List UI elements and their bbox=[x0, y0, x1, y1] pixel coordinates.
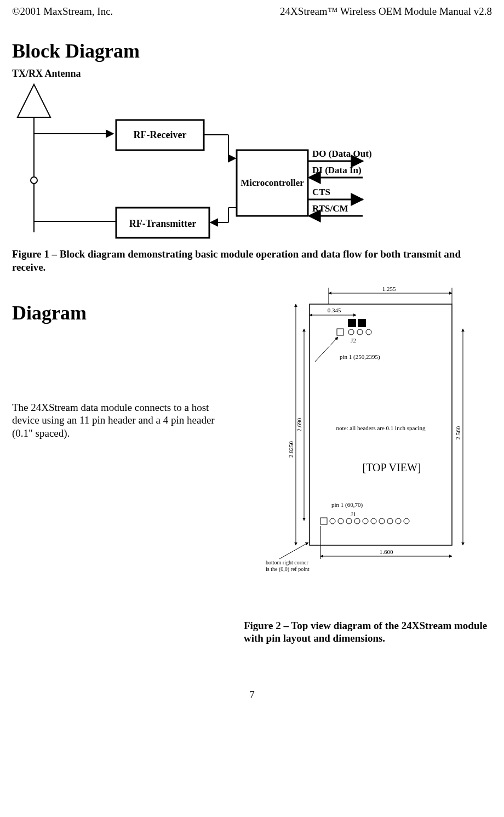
cts-label: CTS bbox=[312, 187, 330, 197]
svg-rect-36 bbox=[320, 518, 327, 524]
page-header: ©2001 MaxStream, Inc. 24XStream™ Wireles… bbox=[12, 5, 492, 18]
figure-2-top-view: 1.255 0.345 J2 pin 1 (250,2395) note: al… bbox=[238, 285, 479, 581]
svg-rect-28 bbox=[337, 329, 343, 335]
pin1-j1-label: pin 1 (60,70) bbox=[331, 501, 363, 509]
svg-point-44 bbox=[387, 518, 393, 524]
diagram-body-text: The 24XStream data module connects to a … bbox=[12, 401, 233, 440]
figure-1-caption: Figure 1 – Block diagram demonstrating b… bbox=[12, 248, 492, 274]
svg-point-45 bbox=[396, 518, 401, 524]
dim-2-8250: 2.8250 bbox=[288, 441, 294, 458]
rts-label: RTS/CM bbox=[312, 203, 348, 214]
svg-point-2 bbox=[31, 177, 37, 184]
svg-marker-0 bbox=[18, 84, 50, 117]
pin1-j2-label: pin 1 (250,2395) bbox=[340, 353, 380, 361]
svg-point-46 bbox=[404, 518, 409, 524]
svg-rect-26 bbox=[348, 319, 356, 327]
svg-point-29 bbox=[348, 329, 354, 335]
svg-line-47 bbox=[279, 542, 308, 559]
figure-2-caption: Figure 2 – Top view diagram of the 24XSt… bbox=[244, 619, 492, 645]
antenna-label: TX/RX Antenna bbox=[12, 68, 81, 79]
rf-receiver-label: RF-Receiver bbox=[134, 129, 187, 140]
dim-1-600: 1.600 bbox=[380, 549, 393, 555]
header-left: ©2001 MaxStream, Inc. bbox=[12, 5, 113, 18]
j1-label: J1 bbox=[351, 511, 356, 517]
svg-point-31 bbox=[366, 329, 371, 335]
dim-2-560: 2.560 bbox=[455, 426, 461, 439]
dim-0-345: 0.345 bbox=[328, 307, 341, 313]
dim-2-690: 2.690 bbox=[296, 418, 302, 431]
j2-label: J2 bbox=[351, 337, 356, 344]
svg-rect-27 bbox=[358, 319, 366, 327]
svg-point-40 bbox=[354, 518, 360, 524]
svg-point-41 bbox=[363, 518, 368, 524]
do-label: DO (Data Out) bbox=[312, 148, 372, 159]
note-label: note: all headers are 0.1 inch spacing bbox=[336, 425, 426, 431]
figure-1-block-diagram: TX/RX Antenna RF-Receiver RF-Transmitter… bbox=[12, 68, 396, 243]
section-title-block-diagram: Block Diagram bbox=[12, 39, 492, 62]
dim-1-255: 1.255 bbox=[382, 285, 396, 292]
rf-transmitter-label: RF-Transmitter bbox=[129, 218, 197, 229]
di-label: DI (Data In) bbox=[312, 165, 362, 175]
svg-point-39 bbox=[346, 518, 352, 524]
svg-line-32 bbox=[315, 337, 338, 362]
svg-point-43 bbox=[379, 518, 385, 524]
ref-point-label-l1: bottom right corner bbox=[266, 559, 308, 565]
svg-point-30 bbox=[357, 329, 363, 335]
section-title-diagram: Diagram bbox=[12, 301, 233, 324]
svg-point-37 bbox=[330, 518, 335, 524]
page-number: 7 bbox=[12, 689, 492, 701]
top-view-label: [TOP VIEW] bbox=[363, 461, 421, 473]
svg-point-38 bbox=[338, 518, 343, 524]
microcontroller-label: Microcontroller bbox=[240, 178, 304, 188]
ref-point-label-l2: is the (0,0) ref point bbox=[266, 566, 310, 573]
header-right: 24XStream™ Wireless OEM Module Manual v2… bbox=[280, 5, 492, 18]
svg-point-42 bbox=[371, 518, 376, 524]
